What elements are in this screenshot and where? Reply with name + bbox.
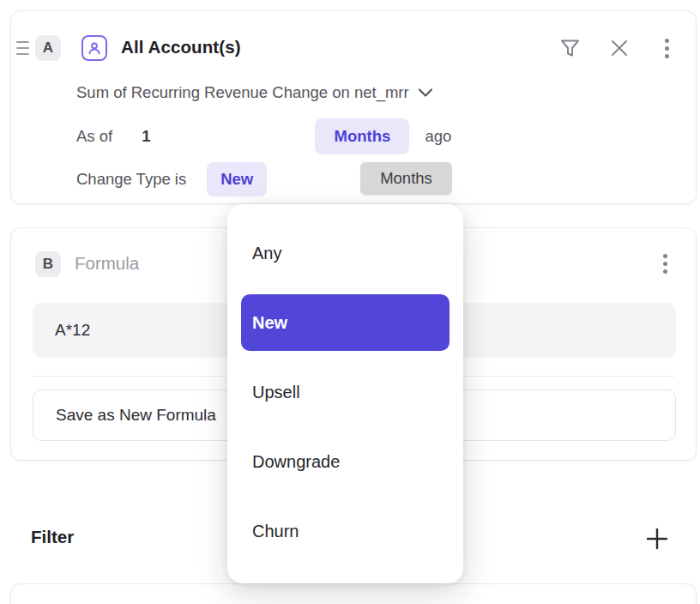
event-badge-a: A (35, 35, 61, 61)
dropdown-option-new[interactable]: New (241, 294, 450, 351)
filter-card (10, 583, 697, 604)
card-a-actions (558, 37, 675, 59)
dropdown-option-downgrade[interactable]: Downgrade (241, 433, 450, 490)
as-of-suffix: ago (425, 127, 451, 146)
change-type-dropdown: AnyNewUpsellDowngradeChurn (227, 204, 463, 583)
person-icon[interactable] (81, 35, 107, 61)
filter-section-title: Filter (31, 527, 74, 547)
metric-label: Sum of Recurring Revenue Change on net_m… (76, 83, 409, 102)
dropdown-option-churn[interactable]: Churn (241, 503, 450, 559)
card-a-header: A All Account(s) (11, 35, 696, 61)
as-of-row: As of 1 Months ago (76, 118, 451, 154)
plus-icon (645, 527, 669, 551)
as-of-unit-selector[interactable]: Months (315, 118, 409, 154)
query-builder-panel: A All Account(s) (0, 0, 700, 604)
change-type-value-selector[interactable]: New (207, 162, 267, 196)
chevron-down-icon (418, 88, 433, 98)
as-of-label: As of (76, 127, 112, 146)
add-filter-button[interactable] (642, 523, 673, 554)
months-tooltip: Months (360, 162, 452, 195)
change-type-label: Change Type is (76, 170, 186, 189)
funnel-filter-icon[interactable] (558, 37, 581, 59)
kebab-menu-icon[interactable] (656, 254, 673, 274)
as-of-value-input[interactable]: 1 (142, 127, 150, 146)
card-b-title: Formula (75, 253, 139, 274)
formula-badge-b: B (35, 251, 61, 277)
change-type-row: Change Type is New (76, 162, 267, 196)
metric-selector[interactable]: Sum of Recurring Revenue Change on net_m… (76, 83, 433, 102)
dropdown-option-any[interactable]: Any (241, 225, 450, 281)
card-a-title: All Account(s) (121, 37, 241, 57)
drag-handle-icon[interactable] (16, 41, 29, 55)
kebab-menu-icon[interactable] (658, 39, 675, 58)
close-icon[interactable] (608, 37, 631, 59)
event-card-a: A All Account(s) (10, 10, 697, 204)
dropdown-option-upsell[interactable]: Upsell (241, 364, 450, 420)
